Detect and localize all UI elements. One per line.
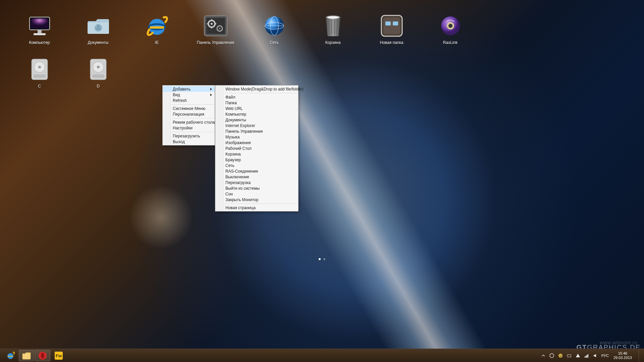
menu-separator — [172, 104, 214, 105]
svg-rect-55 — [587, 354, 588, 358]
taskbar-app-fireworks[interactable]: Fw — [51, 350, 66, 361]
tray-clock[interactable]: 15:46 29.03.2013 — [612, 351, 634, 360]
svg-point-5 — [97, 25, 100, 28]
desktop-icon-control-panel[interactable]: Панель Управления — [186, 13, 245, 57]
context-menu[interactable]: ДобавитьВидRefreshСистемное МенюПерсонал… — [162, 85, 215, 145]
menu-item[interactable]: Документы — [215, 117, 298, 123]
taskbar-app-explorer[interactable] — [19, 350, 34, 361]
menu-item[interactable]: Сон — [215, 191, 298, 197]
desktop-icon-label: Панель Управления — [197, 40, 234, 45]
menu-item[interactable]: Добавить — [163, 86, 215, 92]
tray-icon[interactable] — [549, 353, 554, 358]
action-center-icon[interactable] — [575, 353, 581, 358]
menu-item[interactable]: Выйти из системы — [215, 185, 298, 191]
menu-item[interactable]: Закрыть Монитор — [215, 197, 298, 202]
context-menu-list: ДобавитьВидRefreshСистемное МенюПерсонал… — [163, 85, 215, 145]
hdd-icon — [86, 57, 111, 82]
tray-icon[interactable] — [558, 353, 563, 358]
menu-item[interactable]: Refresh — [163, 98, 215, 103]
page-indicator[interactable] — [319, 258, 325, 260]
svg-point-49 — [558, 354, 562, 358]
svg-rect-1 — [31, 18, 48, 28]
computer-icon — [27, 13, 52, 38]
taskbar[interactable]: Fw РУС 15:46 29.03.2013 — [0, 349, 644, 362]
page-dot[interactable] — [319, 258, 321, 260]
show-desktop-button[interactable] — [639, 349, 641, 362]
desktop-icon-label: RasLink — [443, 40, 458, 45]
menu-item[interactable]: Перезагрузка — [215, 180, 298, 185]
menu-item[interactable]: Выход — [163, 139, 215, 144]
desktop-icon-raslink[interactable]: RasLink — [421, 13, 480, 57]
svg-point-50 — [559, 355, 560, 356]
language-indicator[interactable]: РУС — [601, 354, 609, 358]
desktop-icon-documents[interactable]: Документы — [69, 13, 127, 57]
menu-item[interactable]: Персонализация — [163, 111, 215, 117]
menu-item[interactable]: Системное Меню — [163, 106, 215, 111]
desktop-icon-trash[interactable]: Корзина — [304, 13, 362, 57]
svg-line-24 — [331, 19, 332, 34]
menu-item[interactable]: Файл — [215, 94, 298, 100]
tray-overflow-icon[interactable] — [541, 353, 546, 358]
menu-item[interactable]: Компьютер — [215, 111, 298, 117]
menu-item[interactable]: Режим рабочего стола — [163, 119, 215, 125]
tray-icon[interactable] — [567, 353, 572, 358]
svg-rect-3 — [34, 33, 46, 35]
system-tray[interactable]: РУС 15:46 29.03.2013 — [541, 349, 641, 362]
page-dot[interactable] — [323, 258, 325, 260]
svg-point-41 — [97, 66, 100, 68]
menu-item[interactable]: Web URL — [215, 106, 298, 111]
menu-item[interactable]: Internet Explorer — [215, 123, 298, 128]
menu-item[interactable]: Браузер — [215, 157, 298, 163]
desktop-area[interactable]: Компьютер Документы IE Панель Управления… — [10, 13, 634, 101]
menu-item[interactable]: RAS-Соединение — [215, 168, 298, 174]
menu-item[interactable]: Вид — [163, 92, 215, 98]
menu-item[interactable]: Музыка — [215, 134, 298, 140]
submenu-arrow-icon — [210, 88, 212, 90]
svg-point-34 — [448, 24, 452, 28]
tray-date: 29.03.2013 — [613, 356, 632, 360]
svg-point-17 — [219, 28, 220, 29]
hdd-icon — [27, 57, 52, 82]
svg-point-48 — [550, 354, 554, 358]
menu-item[interactable]: Панель Управления — [215, 128, 298, 134]
desktop-icon-drive-c[interactable]: C — [10, 57, 69, 101]
site-watermark: www.wincore.ru — [600, 340, 637, 345]
taskbar-app-ie[interactable] — [3, 350, 18, 361]
menu-item[interactable]: Рабочий Стол — [215, 145, 298, 151]
svg-point-37 — [38, 66, 41, 68]
desktop-icon-drive-d[interactable]: D — [69, 57, 127, 101]
menu-item[interactable]: Window Mode(Drag&Drop to add file/folder… — [215, 86, 298, 92]
svg-point-11 — [211, 23, 213, 25]
desktop-icon-network[interactable]: Сеть — [245, 13, 304, 57]
network-tray-icon[interactable] — [584, 353, 589, 358]
desktop-icon-label: Компьютер — [29, 40, 50, 45]
desktop-icon-new-folder[interactable]: Новая папка — [362, 13, 421, 57]
menu-item[interactable]: Перезагрузить — [163, 133, 215, 139]
menu-item[interactable]: Настройки — [163, 125, 215, 131]
svg-rect-42 — [92, 74, 104, 78]
submenu-arrow-icon — [210, 94, 212, 96]
context-submenu[interactable]: Window Mode(Drag&Drop to add file/folder… — [215, 85, 299, 212]
volume-icon[interactable] — [593, 353, 598, 358]
desktop-icon-label: IE — [155, 40, 159, 45]
desktop-icon-computer[interactable]: Компьютер — [10, 13, 69, 57]
menu-separator — [172, 132, 214, 132]
ie-icon — [145, 13, 169, 38]
svg-rect-31 — [393, 21, 398, 25]
menu-separator — [172, 118, 214, 118]
menu-item[interactable]: Выключение — [215, 174, 298, 180]
menu-item[interactable]: Папка — [215, 100, 298, 106]
menu-item[interactable]: Сеть — [215, 163, 298, 168]
menu-item[interactable]: Новая страница — [215, 205, 298, 210]
svg-rect-54 — [586, 355, 587, 358]
desktop-icon-ie[interactable]: IE — [127, 13, 186, 57]
tray-time: 15:46 — [613, 351, 632, 356]
taskbar-app-opera[interactable] — [35, 350, 50, 361]
svg-rect-53 — [585, 356, 586, 358]
menu-item[interactable]: Корзина — [215, 151, 298, 157]
context-submenu-list: Window Mode(Drag&Drop to add file/folder… — [215, 85, 298, 211]
svg-point-51 — [561, 355, 561, 356]
svg-rect-38 — [34, 74, 46, 78]
menu-item[interactable]: Изображения — [215, 140, 298, 145]
desktop-icon-label: Корзина — [325, 40, 341, 45]
